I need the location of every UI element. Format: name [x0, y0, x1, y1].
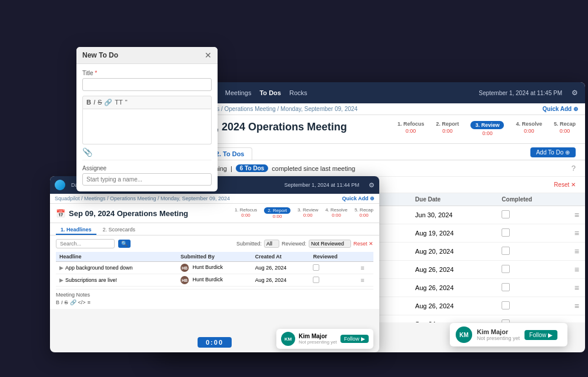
expand-icon[interactable]: ▶ — [59, 277, 64, 283]
sec-step-review[interactable]: 3. Review 0:00 — [298, 207, 318, 219]
secondary-steps: 1. Refocus 0:00 2. Report 0:00 3. Review… — [235, 207, 373, 219]
sec-reset-filters[interactable]: Reset ✕ — [353, 241, 373, 247]
step-report[interactable]: 2. Report 0:00 — [436, 121, 459, 136]
link-icon[interactable]: 🔗 — [70, 299, 76, 305]
step-review[interactable]: 3. Review 0:00 — [470, 121, 504, 136]
sec-col-created: Created At — [252, 252, 310, 262]
table-row: ▶App background toned down HB Hunt Burdi… — [56, 262, 373, 274]
sec-title-text: Sep 09, 2024 Operations Meeting — [69, 209, 188, 218]
tabs-row: 1. Rocks 2. To Dos Add To Do ⊕ — [156, 144, 585, 160]
due-date: Aug 26, 2024 — [409, 279, 496, 297]
dialog-header: New To Do ✕ — [76, 47, 218, 64]
assignee-input[interactable] — [82, 173, 212, 186]
completed-text: completed since last meeting — [272, 165, 355, 172]
nav-meetings[interactable]: Meetings — [225, 89, 252, 96]
sec-step-resolve[interactable]: 4. Resolve 0:00 — [325, 207, 348, 219]
secondary-search-input[interactable] — [56, 239, 115, 248]
submitted-filter-label: Submitted: — [236, 241, 262, 247]
bold-icon[interactable]: B — [56, 299, 59, 305]
gear-icon[interactable]: ⚙ — [572, 89, 578, 97]
presence-avatar: KM — [456, 326, 472, 343]
expand-icon[interactable]: ▶ — [59, 265, 64, 271]
due-date: Aug 26, 2024 — [409, 261, 496, 279]
row-menu-icon[interactable]: ≡ — [360, 277, 364, 284]
step-resolve[interactable]: 4. Resolve 0:00 — [516, 121, 542, 136]
sec-quick-add[interactable]: Quick Add ⊕ — [342, 196, 375, 201]
sec-tab-scorecards[interactable]: 2. Scorecards — [98, 225, 141, 235]
sec-search-button[interactable]: 🔍 — [118, 240, 131, 248]
row-menu-icon[interactable]: ≡ — [574, 265, 579, 274]
sec-col-headline: Headline — [56, 252, 177, 262]
meeting-header: 📅 Sep 09, 2024 Operations Meeting 1. Ref… — [156, 115, 585, 144]
presence-info: Kim Major Not presenting yet — [477, 328, 520, 341]
row-menu-icon[interactable]: ≡ — [574, 228, 579, 238]
quick-add-button[interactable]: Quick Add ⊕ — [543, 106, 578, 112]
help-icon[interactable]: ? — [572, 164, 576, 173]
completed-checkbox[interactable] — [502, 319, 510, 322]
row-menu-icon[interactable]: ≡ — [574, 283, 579, 292]
reset-filters-button[interactable]: Reset ✕ — [554, 181, 576, 188]
secondary-meeting-header: 📅 Sep 09, 2024 Operations Meeting 1. Ref… — [50, 204, 379, 223]
bold-button[interactable]: B — [86, 99, 91, 106]
sec-step-refocus[interactable]: 1. Refocus 0:00 — [235, 207, 257, 219]
sec-tab-headlines[interactable]: 1. Headlines — [56, 225, 96, 235]
row-menu-icon[interactable]: ≡ — [574, 319, 579, 322]
code-icon[interactable]: </> — [78, 299, 86, 305]
avatar: HB — [181, 264, 189, 272]
secondary-headlines-table: Headline Submitted By Created At Reviewe… — [56, 252, 373, 287]
meeting-notes-label: Meeting Notes — [56, 292, 373, 298]
italic-icon[interactable]: I — [61, 299, 63, 305]
todo-title-input[interactable] — [82, 78, 212, 91]
italic-button[interactable]: I — [93, 99, 95, 106]
completed-badge: 6 To Dos — [236, 164, 268, 172]
rich-text-toolbar: B I S 🔗 TT " — [82, 96, 212, 109]
completed-checkbox[interactable] — [502, 228, 510, 237]
nav-todos[interactable]: To Dos — [259, 89, 280, 96]
secondary-breadcrumb: Squadpilot / Meetings / Operations Meeti… — [50, 194, 379, 204]
completed-checkbox[interactable] — [502, 265, 510, 273]
reviewed-filter-select[interactable]: Not Reviewed — [309, 240, 351, 248]
sec-col-actions — [357, 252, 373, 262]
ul-icon[interactable]: ≡ — [88, 299, 91, 305]
sec-step-recap[interactable]: 5. Recap 0:00 — [355, 207, 373, 219]
reviewed-filter-label: Reviewed: — [282, 241, 306, 247]
strikethrough-button[interactable]: S — [98, 99, 102, 106]
sec-col-submitted: Submitted By — [177, 252, 252, 262]
sec-gear-icon[interactable]: ⚙ — [369, 181, 375, 189]
text-style-button[interactable]: TT — [115, 99, 122, 106]
follow-button-icon: ▶ — [548, 332, 553, 338]
completed-checkbox[interactable] — [502, 210, 510, 218]
quote-button[interactable]: " — [125, 99, 128, 106]
presence-toast: KM Kim Major Not presenting yet Follow ▶ — [450, 323, 567, 346]
rich-text-area[interactable] — [82, 109, 212, 144]
nav-rocks[interactable]: Rocks — [289, 89, 308, 96]
secondary-tabs: 1. Headlines 2. Scorecards — [50, 223, 379, 235]
secondary-follow-button[interactable]: Follow ▶ — [340, 335, 369, 343]
row-menu-icon[interactable]: ≡ — [574, 301, 579, 311]
presence-status: Not presenting yet — [477, 335, 520, 341]
strike-icon[interactable]: S — [65, 299, 68, 305]
due-date: Sep 04 — [409, 315, 496, 323]
reviewed-checkbox[interactable] — [313, 277, 319, 283]
step-recap[interactable]: 5. Recap 0:00 — [554, 121, 576, 136]
attachment-icon[interactable]: 📎 — [82, 147, 92, 157]
step-refocus[interactable]: 1. Refocus 0:00 — [397, 121, 425, 136]
completed-checkbox[interactable] — [502, 247, 510, 255]
follow-icon: ▶ — [361, 336, 365, 342]
follow-label: Follow — [344, 336, 359, 342]
add-todo-button[interactable]: Add To Do ⊕ — [530, 147, 576, 157]
sec-step-report[interactable]: 2. Report 0:00 — [264, 207, 290, 219]
secondary-presence-status: Not presenting yet — [299, 339, 337, 345]
dialog-close-button[interactable]: ✕ — [205, 51, 212, 60]
reviewed-checkbox[interactable] — [313, 264, 319, 271]
row-menu-icon[interactable]: ≡ — [574, 247, 579, 256]
follow-button[interactable]: Follow ▶ — [524, 330, 557, 340]
link-button[interactable]: 🔗 — [104, 99, 112, 106]
submitted-filter-select[interactable]: All — [264, 240, 279, 248]
todos-summary-bar: 33 To Dos Remaining | 6 To Dos completed… — [156, 160, 585, 177]
completed-checkbox[interactable] — [502, 301, 510, 309]
row-menu-icon[interactable]: ≡ — [360, 264, 364, 271]
row-menu-icon[interactable]: ≡ — [574, 210, 579, 220]
completed-checkbox[interactable] — [502, 283, 510, 291]
secondary-presence-avatar: KM — [281, 332, 295, 346]
